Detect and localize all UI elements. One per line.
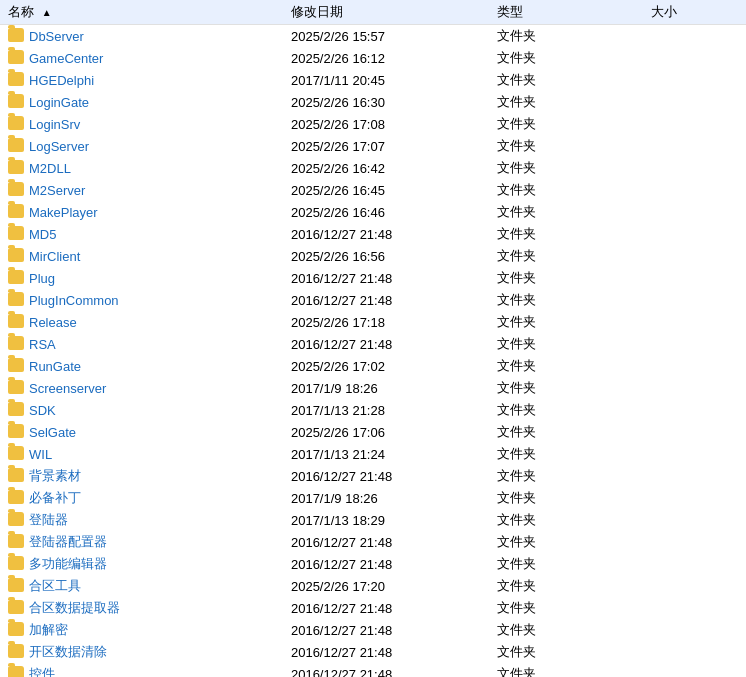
table-row[interactable]: LogServer2025/2/26 17:07文件夹 [0,135,746,157]
file-size-cell [643,47,746,69]
file-size-cell [643,223,746,245]
file-name-label: 合区工具 [29,577,81,595]
table-row[interactable]: 登陆器配置器2016/12/27 21:48文件夹 [0,531,746,553]
file-type-cell: 文件夹 [489,135,643,157]
file-date-cell: 2016/12/27 21:48 [283,289,489,311]
file-name-cell: LoginSrv [0,113,283,135]
file-name-label: 合区数据提取器 [29,599,120,617]
table-row[interactable]: SDK2017/1/13 21:28文件夹 [0,399,746,421]
file-type-cell: 文件夹 [489,641,643,663]
file-type-cell: 文件夹 [489,399,643,421]
table-row[interactable]: LoginSrv2025/2/26 17:08文件夹 [0,113,746,135]
file-size-cell [643,377,746,399]
file-type-cell: 文件夹 [489,333,643,355]
file-type-cell: 文件夹 [489,25,643,48]
table-row[interactable]: 加解密2016/12/27 21:48文件夹 [0,619,746,641]
file-date-cell: 2025/2/26 16:45 [283,179,489,201]
table-row[interactable]: GameCenter2025/2/26 16:12文件夹 [0,47,746,69]
table-row[interactable]: 多功能编辑器2016/12/27 21:48文件夹 [0,553,746,575]
col-header-size[interactable]: 大小 [643,0,746,25]
file-name-cell: Release [0,311,283,333]
file-name-label: PlugInCommon [29,293,119,308]
folder-icon [8,28,24,42]
table-row[interactable]: 合区数据提取器2016/12/27 21:48文件夹 [0,597,746,619]
folder-icon [8,402,24,416]
table-row[interactable]: RSA2016/12/27 21:48文件夹 [0,333,746,355]
folder-icon [8,292,24,306]
file-name-cell: 多功能编辑器 [0,553,283,575]
file-type-cell: 文件夹 [489,47,643,69]
folder-icon [8,512,24,526]
file-size-cell [643,575,746,597]
file-name-label: M2Server [29,183,85,198]
file-date-cell: 2025/2/26 17:02 [283,355,489,377]
table-row[interactable]: 背景素材2016/12/27 21:48文件夹 [0,465,746,487]
table-header: 名称 ▲ 修改日期 类型 大小 [0,0,746,25]
file-type-cell: 文件夹 [489,157,643,179]
file-name-cell: MD5 [0,223,283,245]
table-row[interactable]: M2DLL2025/2/26 16:42文件夹 [0,157,746,179]
file-name-cell: Plug [0,267,283,289]
folder-icon [8,424,24,438]
file-type-cell: 文件夹 [489,597,643,619]
file-name-label: MD5 [29,227,56,242]
file-type-cell: 文件夹 [489,487,643,509]
table-row[interactable]: Plug2016/12/27 21:48文件夹 [0,267,746,289]
file-name-cell: LogServer [0,135,283,157]
file-name-label: DbServer [29,29,84,44]
table-row[interactable]: Screenserver2017/1/9 18:26文件夹 [0,377,746,399]
file-name-label: SDK [29,403,56,418]
file-name-label: LoginGate [29,95,89,110]
file-type-cell: 文件夹 [489,113,643,135]
folder-icon [8,160,24,174]
folder-icon [8,248,24,262]
file-name-label: 登陆器配置器 [29,533,107,551]
file-date-cell: 2016/12/27 21:48 [283,531,489,553]
table-row[interactable]: 必备补丁2017/1/9 18:26文件夹 [0,487,746,509]
file-name-label: Release [29,315,77,330]
table-row[interactable]: 开区数据清除2016/12/27 21:48文件夹 [0,641,746,663]
file-date-cell: 2016/12/27 21:48 [283,553,489,575]
file-name-cell: 必备补丁 [0,487,283,509]
table-row[interactable]: WIL2017/1/13 21:24文件夹 [0,443,746,465]
file-type-cell: 文件夹 [489,465,643,487]
table-row[interactable]: PlugInCommon2016/12/27 21:48文件夹 [0,289,746,311]
table-row[interactable]: DbServer2025/2/26 15:57文件夹 [0,25,746,48]
file-type-cell: 文件夹 [489,245,643,267]
file-date-cell: 2017/1/13 21:28 [283,399,489,421]
table-row[interactable]: MirClient2025/2/26 16:56文件夹 [0,245,746,267]
table-row[interactable]: LoginGate2025/2/26 16:30文件夹 [0,91,746,113]
file-name-cell: RunGate [0,355,283,377]
table-row[interactable]: RunGate2025/2/26 17:02文件夹 [0,355,746,377]
file-name-label: MakePlayer [29,205,98,220]
file-name-cell: 登陆器 [0,509,283,531]
file-type-cell: 文件夹 [489,509,643,531]
file-size-cell [643,641,746,663]
table-row[interactable]: SelGate2025/2/26 17:06文件夹 [0,421,746,443]
table-row[interactable]: Release2025/2/26 17:18文件夹 [0,311,746,333]
file-date-cell: 2016/12/27 21:48 [283,223,489,245]
col-header-type[interactable]: 类型 [489,0,643,25]
file-type-cell: 文件夹 [489,223,643,245]
table-row[interactable]: 控件2016/12/27 21:48文件夹 [0,663,746,677]
file-size-cell [643,663,746,677]
table-row[interactable]: 登陆器2017/1/13 18:29文件夹 [0,509,746,531]
file-name-cell: 背景素材 [0,465,283,487]
file-name-label: 开区数据清除 [29,643,107,661]
file-size-cell [643,619,746,641]
file-type-cell: 文件夹 [489,575,643,597]
table-row[interactable]: MD52016/12/27 21:48文件夹 [0,223,746,245]
file-date-cell: 2017/1/11 20:45 [283,69,489,91]
table-row[interactable]: 合区工具2025/2/26 17:20文件夹 [0,575,746,597]
file-name-label: RSA [29,337,56,352]
file-size-cell [643,179,746,201]
col-header-date[interactable]: 修改日期 [283,0,489,25]
table-row[interactable]: HGEDelphi2017/1/11 20:45文件夹 [0,69,746,91]
file-name-label: Plug [29,271,55,286]
file-name-label: RunGate [29,359,81,374]
col-header-name[interactable]: 名称 ▲ [0,0,283,25]
sort-arrow-icon: ▲ [42,7,52,18]
table-row[interactable]: M2Server2025/2/26 16:45文件夹 [0,179,746,201]
file-type-cell: 文件夹 [489,179,643,201]
table-row[interactable]: MakePlayer2025/2/26 16:46文件夹 [0,201,746,223]
